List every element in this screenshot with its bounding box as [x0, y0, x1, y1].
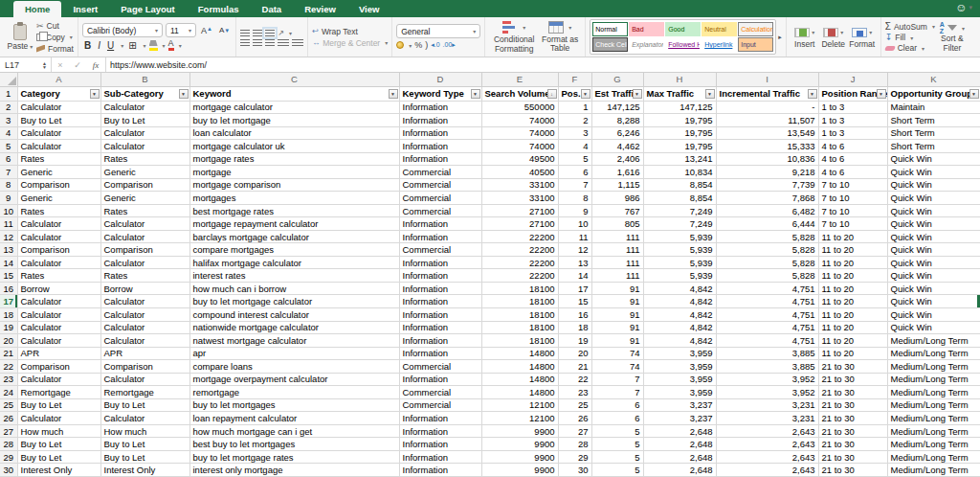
cell-C21[interactable]: apr: [189, 347, 399, 360]
cell-D20[interactable]: Information: [399, 334, 481, 348]
cell-H30[interactable]: 2,648: [643, 464, 716, 477]
cell-B18[interactable]: Calculator: [100, 308, 189, 322]
cell-D3[interactable]: Information: [399, 114, 481, 127]
middle-align-button[interactable]: [253, 30, 262, 36]
cell-B23[interactable]: Calculator: [100, 373, 189, 386]
cell-B3[interactable]: Buy to Let: [100, 114, 189, 127]
cell-D29[interactable]: Information: [399, 450, 481, 464]
cell-D10[interactable]: Commercial: [399, 204, 481, 217]
cut-button[interactable]: ✂Cut: [36, 21, 74, 31]
cell-J15[interactable]: 11 to 20: [818, 269, 887, 283]
cell-C24[interactable]: remortgage: [189, 386, 399, 399]
cell-I9[interactable]: 7,868: [716, 192, 818, 205]
cell-D2[interactable]: Information: [399, 101, 481, 114]
cell-I20[interactable]: 4,751: [716, 334, 818, 348]
cell-J24[interactable]: 21 to 30: [818, 386, 887, 399]
cell-F9[interactable]: 8: [558, 192, 591, 205]
cell-H23[interactable]: 3,959: [643, 373, 716, 386]
cell-K10[interactable]: Quick Win: [887, 204, 980, 217]
row-header-26[interactable]: 26: [0, 412, 17, 425]
cell-B15[interactable]: Rates: [100, 269, 189, 283]
cell-C27[interactable]: how much mortgage can i get: [189, 424, 399, 438]
cell-E3[interactable]: 74000: [481, 114, 558, 127]
cell-H14[interactable]: 5,939: [643, 256, 716, 269]
cell-I17[interactable]: 4,751: [716, 295, 818, 308]
italic-button[interactable]: I: [96, 40, 102, 51]
cell-A5[interactable]: Calculator: [17, 140, 100, 153]
cell-E23[interactable]: 14800: [481, 373, 558, 386]
cell-I1[interactable]: Incremental Traffic▼: [716, 86, 818, 101]
cell-style-check-cell[interactable]: Check Cell: [592, 37, 628, 52]
cell-J19[interactable]: 11 to 20: [818, 321, 887, 334]
format-cells-button[interactable]: ▾ Format: [848, 26, 877, 49]
cell-C15[interactable]: interest rates: [189, 269, 399, 283]
cell-G20[interactable]: 91: [591, 334, 643, 348]
cell-F29[interactable]: 29: [558, 450, 591, 464]
column-header-J[interactable]: J: [818, 73, 887, 86]
cell-D8[interactable]: Commercial: [399, 178, 481, 192]
cell-C26[interactable]: loan repayment calculator: [189, 412, 399, 425]
cell-K17[interactable]: Quick Win: [887, 295, 980, 308]
row-header-7[interactable]: 7: [0, 166, 17, 179]
cell-E6[interactable]: 49500: [481, 152, 558, 166]
cell-style-followed-hyp[interactable]: Followed Hyp...: [665, 37, 701, 52]
cell-F6[interactable]: 5: [558, 152, 591, 166]
top-align-button[interactable]: [240, 30, 250, 36]
increase-indent-button[interactable]: [292, 39, 303, 46]
cell-B27[interactable]: How much: [100, 424, 189, 438]
cell-D12[interactable]: Information: [399, 230, 481, 243]
cell-E19[interactable]: 18100: [481, 321, 558, 334]
row-header-20[interactable]: 20: [0, 334, 17, 348]
cell-F11[interactable]: 10: [558, 217, 591, 231]
name-box-spinner[interactable]: ▲▼: [42, 61, 47, 69]
cell-G23[interactable]: 7: [591, 373, 643, 386]
cell-A13[interactable]: Comparison: [17, 243, 100, 257]
format-painter-button[interactable]: Format: [36, 44, 74, 54]
cell-E16[interactable]: 18100: [481, 282, 558, 295]
cell-I25[interactable]: 3,231: [716, 398, 818, 412]
cell-I8[interactable]: 7,739: [716, 178, 818, 192]
cell-G8[interactable]: 1,115: [591, 178, 643, 192]
cell-C25[interactable]: buy to let mortgages: [189, 398, 399, 412]
formula-input[interactable]: https://www.website.com/: [106, 60, 980, 70]
cell-H7[interactable]: 10,834: [643, 166, 716, 179]
column-header-B[interactable]: B: [100, 73, 189, 86]
cell-A3[interactable]: Buy to Let: [17, 114, 100, 127]
clear-button[interactable]: Clear▾: [885, 43, 935, 53]
cell-E7[interactable]: 40500: [481, 166, 558, 179]
column-header-D[interactable]: D: [399, 73, 481, 86]
cell-J12[interactable]: 11 to 20: [818, 230, 887, 243]
cell-D28[interactable]: Information: [399, 438, 481, 451]
cell-F13[interactable]: 12: [558, 243, 591, 257]
cell-D4[interactable]: Information: [399, 126, 481, 140]
cell-E1[interactable]: Search Volume↓: [481, 86, 558, 101]
row-header-13[interactable]: 13: [0, 243, 17, 257]
cell-H25[interactable]: 3,237: [643, 398, 716, 412]
row-header-11[interactable]: 11: [0, 217, 17, 231]
cell-G13[interactable]: 111: [591, 243, 643, 257]
cell-K27[interactable]: Medium/Long Term: [887, 424, 980, 438]
cell-J11[interactable]: 7 to 10: [818, 217, 887, 231]
cell-A20[interactable]: Calculator: [17, 334, 100, 348]
cell-F2[interactable]: 1: [558, 101, 591, 114]
cell-I19[interactable]: 4,751: [716, 321, 818, 334]
cell-J13[interactable]: 11 to 20: [818, 243, 887, 257]
cell-G15[interactable]: 111: [591, 269, 643, 283]
cell-K11[interactable]: Quick Win: [887, 217, 980, 231]
cell-J25[interactable]: 21 to 30: [818, 398, 887, 412]
cell-J20[interactable]: 11 to 20: [818, 334, 887, 348]
row-header-25[interactable]: 25: [0, 398, 17, 412]
cell-J22[interactable]: 21 to 30: [818, 360, 887, 374]
cell-K26[interactable]: Medium/Long Term: [887, 412, 980, 425]
cell-J28[interactable]: 21 to 30: [818, 438, 887, 451]
cell-D18[interactable]: Information: [399, 308, 481, 322]
row-header-1[interactable]: 1: [0, 86, 17, 101]
cell-C3[interactable]: buy to let mortgage: [189, 114, 399, 127]
cell-I11[interactable]: 6,444: [716, 217, 818, 231]
cell-K23[interactable]: Medium/Long Term: [887, 373, 980, 386]
comma-style-button[interactable]: ): [425, 40, 428, 50]
cell-E5[interactable]: 74000: [481, 140, 558, 153]
sort-filter-button[interactable]: AZ▾ Sort & Filter: [935, 21, 969, 53]
cell-H9[interactable]: 8,854: [643, 192, 716, 205]
cell-D17[interactable]: Information: [399, 295, 481, 308]
